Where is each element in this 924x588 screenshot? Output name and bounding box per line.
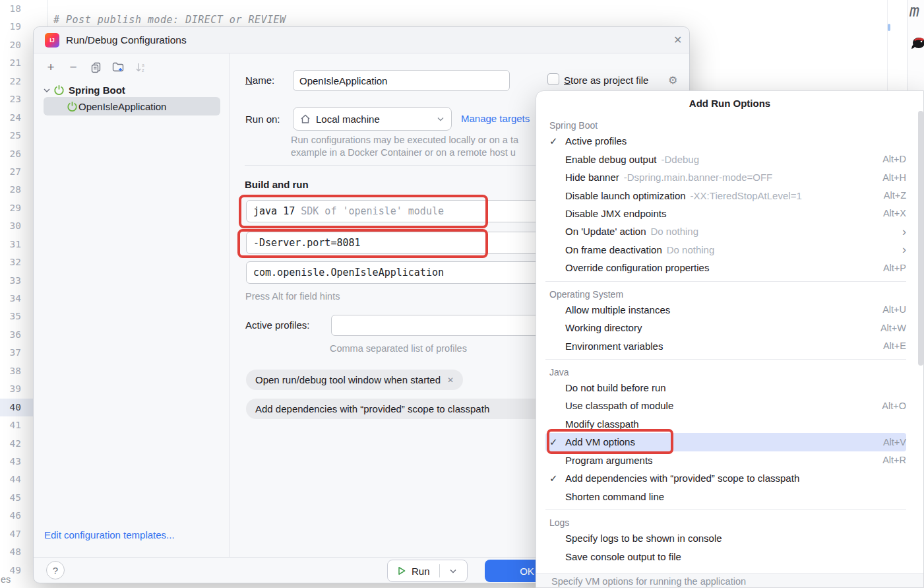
line-number-26[interactable]: 26 bbox=[0, 145, 33, 163]
menu-item-disable-launch-optimization[interactable]: Disable launch optimization-XX:TieredSto… bbox=[545, 186, 906, 204]
line-number-47[interactable]: 47 bbox=[0, 525, 33, 543]
manage-targets-link[interactable]: Manage targets bbox=[461, 113, 530, 124]
menu-item-program-arguments[interactable]: Program argumentsAlt+R bbox=[545, 451, 906, 469]
line-number-36[interactable]: 36 bbox=[0, 326, 33, 344]
svg-text:z: z bbox=[142, 68, 144, 73]
spring-boot-icon bbox=[67, 101, 78, 112]
close-icon[interactable]: ✕ bbox=[447, 376, 454, 385]
line-number-33[interactable]: 33 bbox=[0, 272, 33, 290]
line-number-22[interactable]: 22 bbox=[0, 73, 33, 90]
popup-scrollbar-thumb[interactable] bbox=[918, 111, 923, 366]
menu-item-disable-jmx-endpoints[interactable]: Disable JMX endpointsAlt+X bbox=[545, 205, 906, 222]
line-number-39[interactable]: 39 bbox=[0, 380, 33, 398]
menu-item-label: Enable debug output bbox=[565, 154, 656, 165]
popup-status-hint: Specify VM options for running the appli… bbox=[536, 573, 923, 588]
menu-item-shortcut: Alt+R bbox=[882, 455, 906, 465]
menu-item-allow-multiple-instances[interactable]: Allow multiple instancesAlt+U bbox=[545, 301, 906, 319]
chevron-down-icon bbox=[437, 115, 445, 123]
add-configuration-button[interactable]: + bbox=[44, 61, 57, 74]
screenshot-stage: 1819202122232425262728293031323334353637… bbox=[0, 0, 924, 588]
line-number-48[interactable]: 48 bbox=[0, 543, 33, 561]
run-button-label: Run bbox=[412, 566, 430, 577]
menu-item-label: Disable launch optimization bbox=[565, 190, 686, 201]
run-on-dropdown[interactable]: Local machine bbox=[293, 107, 452, 131]
menu-item-hide-banner[interactable]: Hide banner-Dspring.main.banner-mode=OFF… bbox=[545, 168, 906, 186]
line-number-21[interactable]: 21 bbox=[0, 54, 33, 72]
line-number-24[interactable]: 24 bbox=[0, 109, 33, 127]
menu-item-use-classpath-of-module[interactable]: Use classpath of moduleAlt+O bbox=[545, 397, 906, 414]
sort-configurations-button[interactable]: a z bbox=[134, 61, 147, 74]
line-number-20[interactable]: 20 bbox=[0, 36, 33, 54]
editor-bottom-text: es bbox=[1, 574, 11, 585]
menu-item-shortcut: Alt+D bbox=[882, 154, 906, 164]
tree-group-spring-boot[interactable]: Spring Boot bbox=[43, 81, 125, 99]
menu-item-label: Working directory bbox=[565, 322, 642, 333]
line-number-44[interactable]: 44 bbox=[0, 471, 33, 488]
run-on-label: Run on: bbox=[245, 114, 280, 125]
line-number-28[interactable]: 28 bbox=[0, 181, 33, 199]
menu-item-label: Do not build before run bbox=[565, 382, 666, 393]
line-number-41[interactable]: 41 bbox=[0, 416, 33, 434]
line-number-25[interactable]: 25 bbox=[0, 127, 33, 145]
menu-item-shortcut: Alt+Z bbox=[884, 190, 906, 201]
line-number-27[interactable]: 27 bbox=[0, 163, 33, 181]
gear-icon[interactable]: ⚙ bbox=[668, 74, 677, 86]
menu-item-hint: Do nothing bbox=[650, 226, 698, 237]
menu-item-shortcut: Alt+O bbox=[882, 401, 906, 411]
line-number-31[interactable]: 31 bbox=[0, 236, 33, 253]
run-options-menu: Spring Boot✓Active profilesEnable debug … bbox=[536, 117, 923, 566]
configurations-toolbar: + − a z bbox=[34, 57, 147, 77]
menu-item-on-update-action[interactable]: On 'Update' actionDo nothing› bbox=[545, 222, 906, 240]
line-number-43[interactable]: 43 bbox=[0, 453, 33, 471]
menu-item-override-configuration-properties[interactable]: Override configuration propertiesAlt+P bbox=[545, 259, 906, 277]
help-button[interactable]: ? bbox=[46, 561, 65, 579]
menu-item-working-directory[interactable]: Working directoryAlt+W bbox=[545, 319, 906, 337]
tag-open-run-tool-window[interactable]: Open run/debug tool window when started … bbox=[246, 370, 463, 390]
menu-item-add-vm-options[interactable]: ✓Add VM optionsAlt+V bbox=[545, 433, 906, 451]
menu-item-specify-logs-to-be-shown-in-console[interactable]: Specify logs to be shown in console bbox=[545, 529, 906, 547]
line-number-45[interactable]: 45 bbox=[0, 489, 33, 507]
menu-item-shortcut: Alt+X bbox=[883, 208, 906, 218]
line-number-40[interactable]: 40 bbox=[0, 399, 33, 416]
menu-item-environment-variables[interactable]: Environment variablesAlt+E bbox=[545, 337, 906, 354]
line-number-38[interactable]: 38 bbox=[0, 362, 33, 380]
line-number-23[interactable]: 23 bbox=[0, 90, 33, 108]
main-class-field[interactable]: com.openisle.OpenIsleApplication bbox=[246, 261, 584, 284]
new-folder-button[interactable] bbox=[111, 61, 125, 74]
line-number-32[interactable]: 32 bbox=[0, 253, 33, 271]
menu-item-shorten-command-line[interactable]: Shorten command line bbox=[545, 487, 906, 505]
menu-item-do-not-build-before-run[interactable]: Do not build before run bbox=[545, 379, 906, 397]
menu-item-modify-classpath[interactable]: Modify classpath bbox=[545, 415, 906, 433]
menu-item-add-dependencies-with-provided-scope-to-classpath[interactable]: ✓Add dependencies with “provided” scope … bbox=[545, 469, 906, 487]
menu-separator bbox=[545, 281, 906, 282]
menu-item-label: Shorten command line bbox=[565, 491, 664, 502]
line-number-30[interactable]: 30 bbox=[0, 217, 33, 235]
edit-configuration-templates-link[interactable]: Edit configuration templates... bbox=[44, 529, 175, 540]
right-pane-text: m bbox=[909, 1, 919, 20]
line-number-29[interactable]: 29 bbox=[0, 199, 33, 217]
close-icon[interactable]: ✕ bbox=[673, 34, 682, 46]
menu-item-save-console-output-to-file[interactable]: Save console output to file bbox=[545, 547, 906, 565]
run-button[interactable]: Run bbox=[387, 560, 468, 582]
popup-title: Add Run Options bbox=[536, 91, 923, 117]
menu-item-enable-debug-output[interactable]: Enable debug output-DdebugAlt+D bbox=[545, 150, 906, 168]
name-input[interactable] bbox=[293, 70, 510, 91]
store-as-project-file-checkbox[interactable] bbox=[547, 73, 559, 85]
profiles-hint: Comma separated list of profiles bbox=[330, 343, 467, 354]
tag-add-provided-dependencies[interactable]: Add dependencies with “provided” scope t… bbox=[246, 399, 584, 419]
tree-item-openisleapplication[interactable]: OpenIsleApplication bbox=[44, 97, 220, 115]
line-number-37[interactable]: 37 bbox=[0, 344, 33, 362]
line-number-42[interactable]: 42 bbox=[0, 435, 33, 453]
remove-configuration-button[interactable]: − bbox=[67, 61, 80, 74]
run-options-chevron[interactable] bbox=[440, 567, 467, 575]
line-number-35[interactable]: 35 bbox=[0, 308, 33, 325]
menu-item-active-profiles[interactable]: ✓Active profiles bbox=[545, 132, 906, 150]
menu-item-on-frame-deactivation[interactable]: On frame deactivationDo nothing› bbox=[545, 241, 906, 259]
copy-configuration-button[interactable] bbox=[89, 61, 102, 74]
store-as-project-file-label: Store as project file bbox=[564, 75, 648, 86]
line-number-34[interactable]: 34 bbox=[0, 290, 33, 308]
line-number-18[interactable]: 18 bbox=[0, 0, 33, 18]
build-and-run-heading: Build and run bbox=[245, 179, 309, 190]
line-number-46[interactable]: 46 bbox=[0, 507, 33, 525]
line-number-19[interactable]: 19 bbox=[0, 18, 33, 36]
